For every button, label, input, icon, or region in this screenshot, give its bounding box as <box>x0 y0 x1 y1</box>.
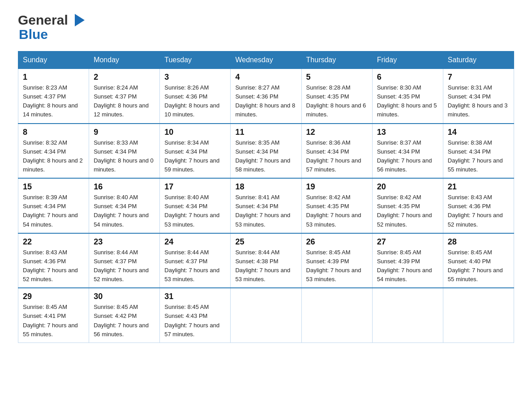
day-info: Sunrise: 8:36 AMSunset: 4:34 PMDaylight:… <box>306 139 361 173</box>
day-info: Sunrise: 8:45 AMSunset: 4:43 PMDaylight:… <box>164 304 219 337</box>
day-cell: 27 Sunrise: 8:45 AMSunset: 4:39 PMDaylig… <box>372 233 443 288</box>
day-cell: 31 Sunrise: 8:45 AMSunset: 4:43 PMDaylig… <box>160 288 231 342</box>
week-row-5: 29 Sunrise: 8:45 AMSunset: 4:41 PMDaylig… <box>18 288 514 342</box>
day-cell: 6 Sunrise: 8:30 AMSunset: 4:35 PMDayligh… <box>372 69 443 124</box>
day-number: 20 <box>377 182 438 192</box>
col-header-tuesday: Tuesday <box>160 51 231 69</box>
day-info: Sunrise: 8:33 AMSunset: 4:34 PMDaylight:… <box>94 139 154 173</box>
col-header-thursday: Thursday <box>301 51 372 69</box>
day-number: 17 <box>164 182 226 192</box>
logo: General Blue <box>18 13 85 42</box>
day-number: 15 <box>23 182 84 192</box>
logo-flag-icon <box>75 14 85 26</box>
day-cell: 28 Sunrise: 8:45 AMSunset: 4:40 PMDaylig… <box>443 233 514 288</box>
day-info: Sunrise: 8:44 AMSunset: 4:37 PMDaylight:… <box>94 249 149 283</box>
day-cell <box>372 288 443 342</box>
col-header-sunday: Sunday <box>18 51 89 69</box>
day-cell: 5 Sunrise: 8:28 AMSunset: 4:35 PMDayligh… <box>301 69 372 124</box>
day-info: Sunrise: 8:40 AMSunset: 4:34 PMDaylight:… <box>94 194 149 227</box>
day-cell: 26 Sunrise: 8:45 AMSunset: 4:39 PMDaylig… <box>301 233 372 288</box>
day-info: Sunrise: 8:45 AMSunset: 4:39 PMDaylight:… <box>377 249 432 283</box>
day-cell <box>231 288 301 342</box>
day-cell <box>301 288 372 342</box>
day-number: 26 <box>306 237 368 247</box>
day-cell: 29 Sunrise: 8:45 AMSunset: 4:41 PMDaylig… <box>18 288 89 342</box>
day-number: 2 <box>94 73 155 82</box>
day-number: 25 <box>235 237 296 247</box>
day-info: Sunrise: 8:31 AMSunset: 4:34 PMDaylight:… <box>448 84 508 118</box>
day-number: 31 <box>164 292 226 301</box>
day-number: 11 <box>235 128 296 137</box>
day-number: 3 <box>164 73 226 82</box>
day-cell: 10 Sunrise: 8:34 AMSunset: 4:34 PMDaylig… <box>160 124 231 179</box>
day-info: Sunrise: 8:40 AMSunset: 4:34 PMDaylight:… <box>164 194 219 227</box>
day-cell: 11 Sunrise: 8:35 AMSunset: 4:34 PMDaylig… <box>231 124 301 179</box>
day-info: Sunrise: 8:27 AMSunset: 4:36 PMDaylight:… <box>235 84 295 118</box>
day-info: Sunrise: 8:23 AMSunset: 4:37 PMDaylight:… <box>23 84 78 118</box>
week-row-3: 15 Sunrise: 8:39 AMSunset: 4:34 PMDaylig… <box>18 178 514 233</box>
days-of-week-row: SundayMondayTuesdayWednesdayThursdayFrid… <box>18 51 514 69</box>
day-info: Sunrise: 8:28 AMSunset: 4:35 PMDaylight:… <box>306 84 366 118</box>
day-cell: 12 Sunrise: 8:36 AMSunset: 4:34 PMDaylig… <box>301 124 372 179</box>
day-info: Sunrise: 8:45 AMSunset: 4:42 PMDaylight:… <box>94 304 149 337</box>
day-info: Sunrise: 8:38 AMSunset: 4:34 PMDaylight:… <box>448 139 503 173</box>
day-cell: 16 Sunrise: 8:40 AMSunset: 4:34 PMDaylig… <box>89 178 160 233</box>
day-cell: 4 Sunrise: 8:27 AMSunset: 4:36 PMDayligh… <box>231 69 301 124</box>
day-cell: 22 Sunrise: 8:43 AMSunset: 4:36 PMDaylig… <box>18 233 89 288</box>
day-info: Sunrise: 8:44 AMSunset: 4:38 PMDaylight:… <box>235 249 290 283</box>
day-cell: 17 Sunrise: 8:40 AMSunset: 4:34 PMDaylig… <box>160 178 231 233</box>
day-number: 6 <box>377 73 438 82</box>
day-cell: 2 Sunrise: 8:24 AMSunset: 4:37 PMDayligh… <box>89 69 160 124</box>
day-cell: 18 Sunrise: 8:41 AMSunset: 4:34 PMDaylig… <box>231 178 301 233</box>
day-info: Sunrise: 8:39 AMSunset: 4:34 PMDaylight:… <box>23 194 78 227</box>
day-cell: 1 Sunrise: 8:23 AMSunset: 4:37 PMDayligh… <box>18 69 89 124</box>
day-number: 14 <box>448 128 509 137</box>
day-number: 28 <box>448 237 509 247</box>
day-number: 29 <box>23 292 84 301</box>
day-number: 8 <box>23 128 84 137</box>
day-cell: 20 Sunrise: 8:42 AMSunset: 4:35 PMDaylig… <box>372 178 443 233</box>
day-info: Sunrise: 8:45 AMSunset: 4:41 PMDaylight:… <box>23 304 78 337</box>
day-number: 24 <box>164 237 226 247</box>
svg-marker-0 <box>75 14 85 26</box>
day-cell: 9 Sunrise: 8:33 AMSunset: 4:34 PMDayligh… <box>89 124 160 179</box>
day-number: 9 <box>94 128 155 137</box>
day-info: Sunrise: 8:26 AMSunset: 4:36 PMDaylight:… <box>164 84 219 118</box>
day-info: Sunrise: 8:32 AMSunset: 4:34 PMDaylight:… <box>23 139 83 173</box>
day-cell: 8 Sunrise: 8:32 AMSunset: 4:34 PMDayligh… <box>18 124 89 179</box>
day-number: 1 <box>23 73 84 82</box>
day-info: Sunrise: 8:45 AMSunset: 4:39 PMDaylight:… <box>306 249 361 283</box>
day-number: 21 <box>448 182 509 192</box>
day-cell <box>443 288 514 342</box>
day-number: 18 <box>235 182 296 192</box>
day-number: 30 <box>94 292 155 301</box>
day-cell: 13 Sunrise: 8:37 AMSunset: 4:34 PMDaylig… <box>372 124 443 179</box>
week-row-2: 8 Sunrise: 8:32 AMSunset: 4:34 PMDayligh… <box>18 124 514 179</box>
day-cell: 19 Sunrise: 8:42 AMSunset: 4:35 PMDaylig… <box>301 178 372 233</box>
logo-blue-part: Blue <box>19 27 48 42</box>
day-info: Sunrise: 8:35 AMSunset: 4:34 PMDaylight:… <box>235 139 290 173</box>
day-number: 16 <box>94 182 155 192</box>
col-header-saturday: Saturday <box>443 51 514 69</box>
day-number: 19 <box>306 182 368 192</box>
day-number: 7 <box>448 73 509 82</box>
day-cell: 14 Sunrise: 8:38 AMSunset: 4:34 PMDaylig… <box>443 124 514 179</box>
day-number: 4 <box>235 73 296 82</box>
day-number: 22 <box>23 237 84 247</box>
day-info: Sunrise: 8:45 AMSunset: 4:40 PMDaylight:… <box>448 249 503 283</box>
day-number: 27 <box>377 237 438 247</box>
day-info: Sunrise: 8:41 AMSunset: 4:34 PMDaylight:… <box>235 194 290 227</box>
header: General Blue <box>18 13 514 42</box>
day-cell: 3 Sunrise: 8:26 AMSunset: 4:36 PMDayligh… <box>160 69 231 124</box>
day-info: Sunrise: 8:43 AMSunset: 4:36 PMDaylight:… <box>448 194 503 227</box>
day-cell: 24 Sunrise: 8:44 AMSunset: 4:37 PMDaylig… <box>160 233 231 288</box>
day-cell: 23 Sunrise: 8:44 AMSunset: 4:37 PMDaylig… <box>89 233 160 288</box>
day-cell: 30 Sunrise: 8:45 AMSunset: 4:42 PMDaylig… <box>89 288 160 342</box>
day-info: Sunrise: 8:42 AMSunset: 4:35 PMDaylight:… <box>377 194 432 227</box>
day-info: Sunrise: 8:30 AMSunset: 4:35 PMDaylight:… <box>377 84 437 118</box>
day-info: Sunrise: 8:24 AMSunset: 4:37 PMDaylight:… <box>94 84 149 118</box>
logo-general-part: General <box>18 13 68 27</box>
day-info: Sunrise: 8:34 AMSunset: 4:34 PMDaylight:… <box>164 139 219 173</box>
day-cell: 7 Sunrise: 8:31 AMSunset: 4:34 PMDayligh… <box>443 69 514 124</box>
day-number: 12 <box>306 128 368 137</box>
